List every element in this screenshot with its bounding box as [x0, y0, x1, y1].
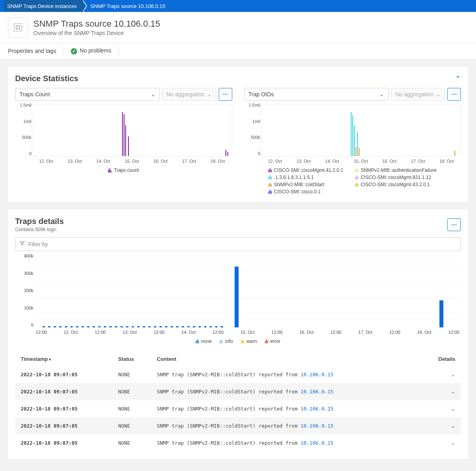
swatch-icon [268, 183, 272, 187]
legend-item[interactable]: CISCO-SMI::ciscoMgmt.831.1.12 [355, 175, 437, 180]
breadcrumb-root[interactable]: SNMP Traps Device instances [4, 0, 82, 12]
legend-label: none [201, 339, 212, 344]
filter-icon [19, 241, 25, 247]
legend-label: Traps count [114, 167, 139, 173]
divider [63, 47, 64, 54]
swatch-icon [268, 190, 272, 194]
legend-label: warn [247, 339, 257, 344]
chart-traps-count: Traps Count ⌄ No aggregation ⌄ ⋯ 1.5mil … [15, 88, 232, 195]
swatch-icon [355, 168, 358, 172]
expand-button[interactable]: ⌄ [421, 434, 461, 452]
legend-label: SNMPv2-MIB::coldStart [274, 182, 324, 187]
y-axis: 1.5mil 1mil 500k 0 [16, 103, 31, 156]
expand-button[interactable]: ⌄ [421, 366, 461, 383]
chart-area[interactable] [261, 105, 461, 156]
chevron-down-icon: ⌄ [207, 91, 212, 97]
legend-item[interactable]: warn [241, 339, 257, 344]
table-row[interactable]: 2022-10-18 09:07:05NONESNMP trap (SNMPv2… [15, 434, 461, 452]
more-button[interactable]: ⋯ [447, 218, 461, 231]
legend-item[interactable]: SNMPv2-MIB::authenticationFailure [355, 167, 437, 173]
cell-status: NONE [113, 434, 151, 452]
swatch-icon [220, 339, 223, 343]
col-content[interactable]: Content [151, 352, 420, 366]
legend: Traps count [15, 167, 232, 173]
chevron-down-icon: ⌄ [436, 91, 441, 97]
x-axis: 12. Oct13. Oct14. Oct15. Oct16. Oct17. O… [32, 159, 232, 163]
cell-status: NONE [113, 366, 151, 383]
card-title: Traps details [15, 217, 64, 226]
y-axis: 400k300k200k100k0 [15, 253, 33, 327]
status-badge[interactable]: No problems [71, 47, 111, 54]
chevron-down-icon: ⌄ [379, 91, 384, 97]
chevron-down-icon: ⌄ [151, 91, 155, 97]
cell-timestamp: 2022-10-18 09:07:05 [15, 366, 113, 383]
table-row[interactable]: 2022-10-18 09:07:05NONESNMP trap (SNMPv2… [15, 417, 461, 434]
legend-label: CISCO-SMI::cisco.0.1 [274, 189, 321, 195]
breadcrumb: SNMP Traps Device instances SNMP Traps s… [0, 0, 476, 12]
legend-label: CISCO-SMI::ciscoMgmt.43.2.0.1 [361, 182, 430, 187]
aggregation-label: No aggregation [395, 91, 433, 97]
legend-label: CISCO-SMI::ciscoMgmt.831.1.12 [361, 175, 431, 180]
subbar: Properties and tags No problems [0, 43, 476, 59]
filter-placeholder: Filter by [28, 241, 48, 247]
cell-status: NONE [113, 417, 151, 434]
breadcrumb-current[interactable]: SNMP Traps source 10.106.0.15 [82, 0, 171, 12]
collapse-button[interactable]: ⌃ [455, 74, 461, 83]
col-status[interactable]: Status [113, 352, 151, 366]
swatch-icon [355, 183, 358, 187]
cell-content: SNMP trap (SNMPv2-MIB::coldStart) report… [151, 400, 420, 417]
swatch-icon [268, 168, 272, 172]
table-row[interactable]: 2022-10-18 09:07:05NONESNMP trap (SNMPv2… [15, 400, 461, 417]
filter-input[interactable]: Filter by [15, 237, 461, 251]
cell-content: SNMP trap (SNMPv2-MIB::coldStart) report… [151, 383, 420, 400]
properties-link[interactable]: Properties and tags [8, 48, 56, 54]
cell-timestamp: 2022-10-18 09:07:05 [15, 434, 113, 452]
table-row[interactable]: 2022-10-18 09:07:05NONESNMP trap (SNMPv2… [15, 366, 461, 383]
metric-select[interactable]: Trap OIDs ⌄ [244, 88, 389, 101]
legend-item[interactable]: CISCO-SMI::cisco.0.1 [268, 189, 343, 195]
svg-rect-1 [16, 26, 20, 29]
cell-content: SNMP trap (SNMPv2-MIB::coldStart) report… [151, 366, 420, 383]
legend-item[interactable]: error [265, 339, 280, 344]
chart-trap-oids: Trap OIDs ⌄ No aggregation ⌄ ⋯ 1.5mil 1m… [244, 88, 461, 195]
expand-button[interactable]: ⌄ [421, 400, 461, 417]
swatch-icon [265, 339, 268, 343]
swatch-icon [355, 175, 358, 179]
chart-area[interactable] [32, 105, 232, 156]
divider [119, 47, 119, 54]
cell-timestamp: 2022-10-18 09:07:05 [15, 400, 113, 417]
col-details[interactable]: Details [421, 352, 461, 366]
x-axis: 12. Oct13. Oct14. Oct15. Oct16. Oct17. O… [261, 159, 461, 163]
metric-select-label: Trap OIDs [249, 91, 274, 97]
device-statistics-card: Device Statistics ⌃ Traps Count ⌄ No agg… [8, 67, 468, 202]
traps-details-card: Traps details Contains 509k logs. ⋯ Filt… [8, 210, 468, 459]
col-timestamp[interactable]: Timestamp [15, 352, 113, 366]
legend-label: .1.3.6.1.6.3.1.1.5.1 [274, 175, 314, 180]
metric-select[interactable]: Traps Count ⌄ [15, 88, 160, 101]
y-axis: 1.5mil 1mil 500k 0 [245, 103, 260, 156]
cell-content: SNMP trap (SNMPv2-MIB::coldStart) report… [151, 434, 420, 452]
swatch-icon [108, 168, 111, 173]
legend-label: SNMPv2-MIB::authenticationFailure [361, 167, 437, 173]
svg-rect-0 [14, 23, 22, 31]
legend-item[interactable]: SNMPv2-MIB::coldStart [268, 182, 343, 187]
expand-button[interactable]: ⌄ [421, 417, 461, 434]
logs-chart[interactable]: 400k300k200k100k0 [34, 256, 461, 327]
page-title: SNMP Traps source 10.106.0.15 [33, 19, 160, 29]
legend-item[interactable]: info [220, 339, 233, 344]
baseline [43, 326, 226, 327]
legend-item[interactable]: .1.3.6.1.6.3.1.1.5.1 [268, 175, 343, 180]
legend: CISCO-SMI::ciscoMgmt.41.2.0.1SNMPv2-MIB:… [244, 167, 461, 195]
more-button[interactable]: ⋯ [447, 88, 461, 101]
legend-item[interactable]: CISCO-SMI::ciscoMgmt.41.2.0.1 [268, 167, 343, 173]
more-button[interactable]: ⋯ [219, 88, 232, 101]
expand-button[interactable]: ⌄ [421, 383, 461, 400]
legend-item[interactable]: none [196, 339, 212, 344]
card-title: Device Statistics [15, 74, 78, 83]
legend-item[interactable]: Traps count [108, 167, 139, 173]
table-row[interactable]: 2022-10-18 09:07:05NONESNMP trap (SNMPv2… [15, 383, 461, 400]
metric-select-label: Traps Count [19, 91, 50, 97]
legend-item[interactable]: CISCO-SMI::ciscoMgmt.43.2.0.1 [355, 182, 437, 187]
page-header: SNMP Traps source 10.106.0.15 Overview o… [0, 12, 476, 43]
cell-timestamp: 2022-10-18 09:07:05 [15, 417, 113, 434]
